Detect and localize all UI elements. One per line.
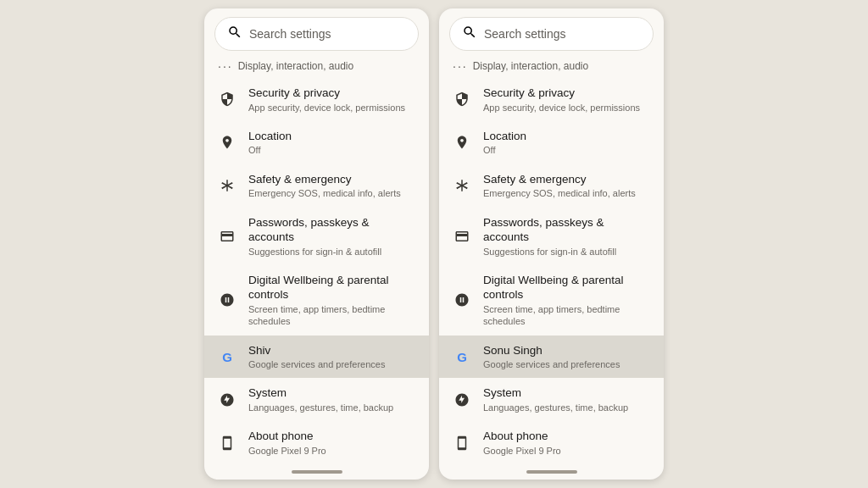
item-text: ShivGoogle services and preferences [248,343,385,371]
item-title: Sonu Singh [483,343,620,358]
settings-item-google[interactable]: GShivGoogle services and preferences [204,336,429,379]
settings-list: Security & privacyApp security, device l… [439,78,664,468]
item-title: About phone [248,429,326,444]
item-subtitle: Screen time, app timers, bedtime schedul… [483,303,650,328]
item-text: Security & privacyApp security, device l… [248,86,405,114]
settings-list: Security & privacyApp security, device l… [204,78,429,468]
settings-item-about[interactable]: About phoneGoogle Pixel 9 Pro [204,421,429,464]
settings-item-safety[interactable]: Safety & emergencyEmergency SOS, medical… [204,164,429,208]
settings-item-security[interactable]: Security & privacyApp security, device l… [204,78,429,121]
settings-item-passwords[interactable]: Passwords, passkeys & accountsSuggestion… [204,208,429,265]
search-input: Search settings [484,27,566,41]
home-indicator [292,470,342,474]
phone-panel-1: Search settings ··· Display, interaction… [204,8,429,480]
item-subtitle: Google Pixel 9 Pro [483,445,561,457]
asterisk-icon [453,176,471,195]
item-title: Digital Wellbeing & parental controls [483,273,650,302]
item-title: About phone [483,429,561,444]
item-text: Security & privacyApp security, device l… [483,86,640,114]
wellbeing-icon [218,291,236,309]
item-subtitle: Google services and preferences [248,358,385,370]
asterisk-icon [218,176,236,195]
settings-item-location[interactable]: LocationOff [439,121,664,164]
item-subtitle: App security, device lock, permissions [248,102,405,114]
item-title: Location [483,129,526,144]
item-text: SystemLanguages, gestures, time, backup [483,385,628,413]
phone-panel-2: Search settings ··· Display, interaction… [439,8,664,480]
settings-item-about[interactable]: About phoneGoogle Pixel 9 Pro [439,421,664,464]
item-title: Passwords, passkeys & accounts [248,215,415,245]
more-row[interactable]: ··· Display, interaction, audio [204,56,429,78]
system-icon [453,391,471,409]
card-icon [218,227,236,246]
item-title: Digital Wellbeing & parental controls [248,273,415,302]
item-text: About phoneGoogle Pixel 9 Pro [483,429,561,457]
item-subtitle: Emergency SOS, medical info, alerts [483,187,636,199]
settings-item-safety[interactable]: Safety & emergencyEmergency SOS, medical… [439,164,664,208]
shield-icon [218,90,236,108]
item-subtitle: Google services and preferences [483,358,620,370]
google-icon: G [218,347,236,366]
search-icon [462,25,477,43]
shield-icon [453,90,471,108]
more-row[interactable]: ··· Display, interaction, audio [439,56,664,78]
item-text: Sonu SinghGoogle services and preference… [483,343,620,371]
settings-item-system[interactable]: SystemLanguages, gestures, time, backup [204,378,429,421]
google-icon: G [453,347,471,366]
item-text: LocationOff [248,129,292,157]
search-bar[interactable]: Search settings [214,17,419,51]
more-dots-icon: ··· [453,59,468,73]
item-title: System [483,385,628,401]
item-text: About phoneGoogle Pixel 9 Pro [248,429,326,457]
item-subtitle: Languages, gestures, time, backup [248,402,393,413]
item-subtitle: Off [483,144,526,156]
item-title: Location [248,129,292,144]
item-text: Digital Wellbeing & parental controlsScr… [248,273,415,328]
location-icon [218,133,236,152]
item-subtitle: Screen time, app timers, bedtime schedul… [248,303,415,328]
settings-item-system[interactable]: SystemLanguages, gestures, time, backup [439,378,664,421]
item-title: Security & privacy [483,86,640,101]
app-container: Search settings ··· Display, interaction… [0,8,868,480]
item-subtitle: Off [248,144,292,156]
phone-icon [453,434,471,452]
settings-item-security[interactable]: Security & privacyApp security, device l… [439,78,664,121]
wellbeing-icon [453,291,471,309]
bottom-bar [204,468,429,480]
settings-item-wellbeing[interactable]: Digital Wellbeing & parental controlsScr… [439,265,664,336]
item-subtitle: Suggestions for sign-in & autofill [483,246,650,258]
item-subtitle: Suggestions for sign-in & autofill [248,246,415,258]
settings-item-wellbeing[interactable]: Digital Wellbeing & parental controlsScr… [204,265,429,336]
item-title: Passwords, passkeys & accounts [483,215,650,245]
settings-item-location[interactable]: LocationOff [204,121,429,164]
phone-icon [218,434,236,452]
item-title: Security & privacy [248,86,405,101]
search-icon [227,25,242,43]
item-title: Safety & emergency [483,172,636,187]
item-subtitle: Google Pixel 9 Pro [248,445,326,457]
home-indicator [526,470,577,474]
item-text: SystemLanguages, gestures, time, backup [248,385,393,413]
item-text: LocationOff [483,129,526,157]
item-subtitle: Emergency SOS, medical info, alerts [248,187,401,199]
search-input: Search settings [249,27,331,41]
bottom-bar [439,468,664,480]
item-subtitle: Languages, gestures, time, backup [483,402,628,413]
item-text: Safety & emergencyEmergency SOS, medical… [483,172,636,200]
item-title: System [248,385,393,401]
search-bar[interactable]: Search settings [449,17,654,51]
more-dots-icon: ··· [218,59,233,73]
item-text: Passwords, passkeys & accountsSuggestion… [248,215,415,258]
more-label: Display, interaction, audio [473,60,589,72]
system-icon [218,391,236,409]
item-subtitle: App security, device lock, permissions [483,102,640,114]
item-title: Shiv [248,343,385,358]
card-icon [453,227,471,246]
item-text: Digital Wellbeing & parental controlsScr… [483,273,650,328]
item-text: Passwords, passkeys & accountsSuggestion… [483,215,650,258]
item-title: Safety & emergency [248,172,401,187]
settings-item-google[interactable]: GSonu SinghGoogle services and preferenc… [439,336,664,379]
location-icon [453,133,471,152]
settings-item-passwords[interactable]: Passwords, passkeys & accountsSuggestion… [439,208,664,265]
more-label: Display, interaction, audio [238,60,354,72]
